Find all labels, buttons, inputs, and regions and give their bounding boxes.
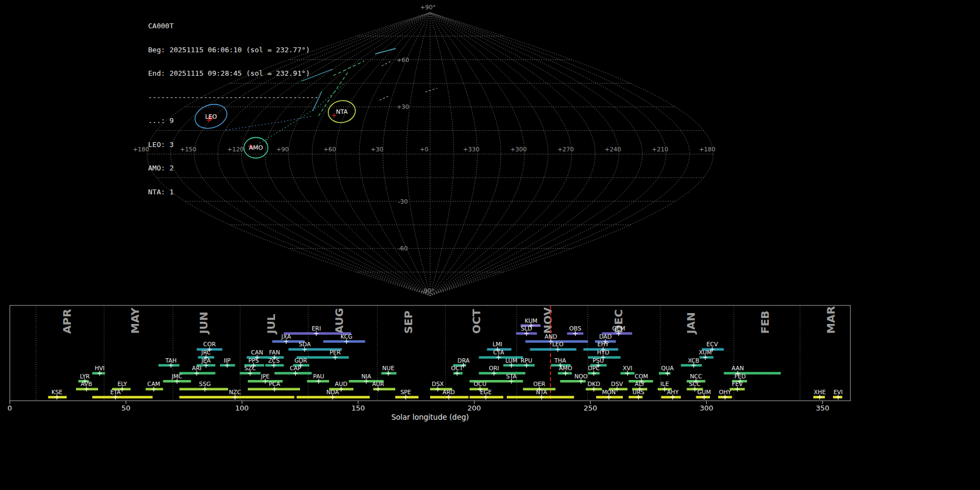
bar-label: KUM bbox=[525, 317, 537, 324]
bar-label: KCG bbox=[341, 333, 353, 340]
peak-marker bbox=[492, 371, 496, 376]
bar-label: OBS bbox=[569, 325, 581, 332]
bar-label: AND bbox=[544, 333, 557, 340]
bar-NUE: NUE bbox=[381, 365, 396, 376]
bar-label: DAD bbox=[599, 333, 611, 340]
peak-marker bbox=[592, 387, 596, 391]
bar-label: CAP bbox=[290, 365, 301, 371]
bar-label: LEO bbox=[552, 341, 564, 347]
x-tick-label: 100 bbox=[235, 404, 249, 412]
bar-label: URS bbox=[633, 389, 645, 395]
bar-label: FEV bbox=[732, 381, 743, 387]
bar-label: PER bbox=[329, 349, 340, 356]
bar-label: COR bbox=[203, 341, 216, 347]
bar-label: OCT bbox=[451, 365, 463, 371]
bar-label: ECV bbox=[707, 341, 719, 347]
bar-label: SPE bbox=[400, 389, 411, 395]
month-label: OCT bbox=[470, 309, 483, 334]
peak-marker bbox=[169, 363, 173, 368]
bar-label: NUE bbox=[382, 365, 394, 371]
bar-label: ZCS bbox=[268, 357, 280, 364]
lon-tick-label: +180 bbox=[699, 146, 715, 153]
bar-AUR: AUR bbox=[372, 381, 395, 391]
bar-IIP: IIP bbox=[220, 357, 235, 368]
peak-marker bbox=[723, 395, 727, 400]
bar-LUM: LUM bbox=[503, 357, 519, 368]
peak-marker bbox=[436, 387, 440, 391]
peak-marker bbox=[564, 371, 568, 376]
meteor-track bbox=[425, 88, 437, 92]
bar-label: XVI bbox=[623, 365, 632, 371]
month-label: APR bbox=[60, 309, 74, 334]
month-label: NOV bbox=[541, 307, 554, 334]
bar-URS: URS bbox=[629, 389, 645, 400]
peak-marker bbox=[693, 387, 697, 391]
x-tick-label: 200 bbox=[468, 404, 481, 412]
bar-label: KSE bbox=[52, 389, 63, 395]
bar-label: DSX bbox=[432, 381, 444, 387]
bar-XVI: XVI bbox=[621, 365, 635, 376]
bar-label: JEA bbox=[201, 357, 211, 364]
x-tick-label: 50 bbox=[121, 404, 131, 412]
bar-label: FED bbox=[734, 373, 746, 379]
peak-marker bbox=[175, 379, 179, 384]
bar-GUM: GUM bbox=[696, 389, 710, 400]
peak-marker bbox=[364, 379, 369, 384]
peak-marker bbox=[592, 371, 596, 376]
peak-marker bbox=[483, 395, 488, 400]
bar-OHY: OHY bbox=[718, 389, 732, 400]
meteor-track bbox=[333, 61, 364, 76]
lat-tick-label: -90° bbox=[421, 287, 434, 295]
bar-XHE: XHE bbox=[813, 389, 826, 400]
peak-marker bbox=[540, 395, 544, 400]
bar-label: LMI bbox=[493, 341, 503, 347]
bar-label: NDA bbox=[326, 389, 339, 395]
peak-marker bbox=[376, 387, 381, 391]
bar-label: PSU bbox=[592, 357, 604, 364]
peak-marker bbox=[636, 395, 641, 400]
peak-marker bbox=[386, 371, 390, 376]
bar-DKD: DKD bbox=[586, 381, 602, 391]
bar-label: JPE bbox=[260, 373, 270, 379]
x-tick-label: 300 bbox=[700, 404, 713, 412]
peak-marker bbox=[293, 371, 298, 376]
bar-label: ERI bbox=[311, 325, 321, 332]
peak-marker bbox=[330, 395, 335, 400]
bar-DPC: DPC bbox=[588, 365, 600, 376]
bar-EVI: EVI bbox=[833, 389, 843, 400]
month-label: MAY bbox=[128, 308, 142, 334]
lon-tick-label: +330 bbox=[463, 146, 480, 153]
bar-OCT: OCT bbox=[451, 365, 463, 376]
peak-marker bbox=[665, 371, 670, 376]
lat-tick-label: +30 bbox=[396, 103, 409, 111]
bar-QUA: QUA bbox=[659, 365, 674, 376]
bar-NDA: NDA bbox=[297, 389, 370, 400]
peak-marker bbox=[97, 371, 102, 376]
peak-marker bbox=[333, 355, 338, 360]
peak-marker bbox=[55, 395, 59, 400]
bar-label: NOO bbox=[574, 373, 587, 379]
end-time: End: 20251115 09:28:45 (sol = 232.91°) bbox=[148, 70, 318, 78]
bar-label: JMC bbox=[171, 373, 182, 379]
peak-marker bbox=[455, 371, 460, 376]
meteor-track bbox=[375, 48, 396, 54]
peak-marker bbox=[272, 387, 277, 391]
lon-tick-label: +60 bbox=[323, 146, 336, 153]
bar-label: TAH bbox=[165, 357, 177, 364]
peak-marker bbox=[573, 331, 578, 336]
month-label: MAR bbox=[824, 306, 837, 334]
bar-label: COM bbox=[635, 373, 648, 379]
peak-marker bbox=[248, 371, 252, 376]
bar-label: XHE bbox=[814, 389, 826, 395]
bar-label: JRC bbox=[201, 349, 211, 356]
bar-NTA: NTA bbox=[507, 389, 574, 400]
bar-label: LUM bbox=[505, 357, 517, 364]
bar-label: IIP bbox=[224, 357, 231, 364]
peak-marker bbox=[579, 379, 583, 384]
peak-marker bbox=[509, 363, 513, 368]
shower-label: NTA bbox=[336, 108, 348, 115]
bar-label: SSG bbox=[199, 381, 211, 387]
peak-marker bbox=[497, 355, 501, 360]
bar-label: AVB bbox=[81, 381, 92, 387]
station-code: CA000T bbox=[148, 22, 318, 30]
